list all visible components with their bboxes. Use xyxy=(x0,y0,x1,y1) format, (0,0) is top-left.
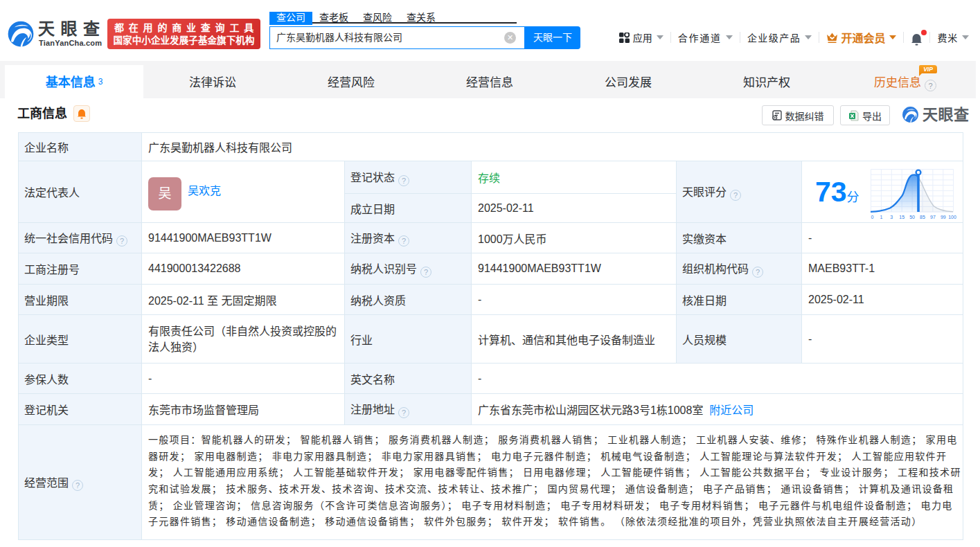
svg-text:15: 15 xyxy=(899,215,905,219)
svg-text:99: 99 xyxy=(941,215,946,219)
svg-text:0: 0 xyxy=(871,215,873,219)
svg-text:85: 85 xyxy=(920,215,925,219)
svg-text:97: 97 xyxy=(930,215,936,219)
svg-text:50: 50 xyxy=(909,215,915,219)
svg-text:3: 3 xyxy=(890,215,893,219)
svg-text:1: 1 xyxy=(880,215,882,219)
svg-text:100: 100 xyxy=(948,215,956,219)
